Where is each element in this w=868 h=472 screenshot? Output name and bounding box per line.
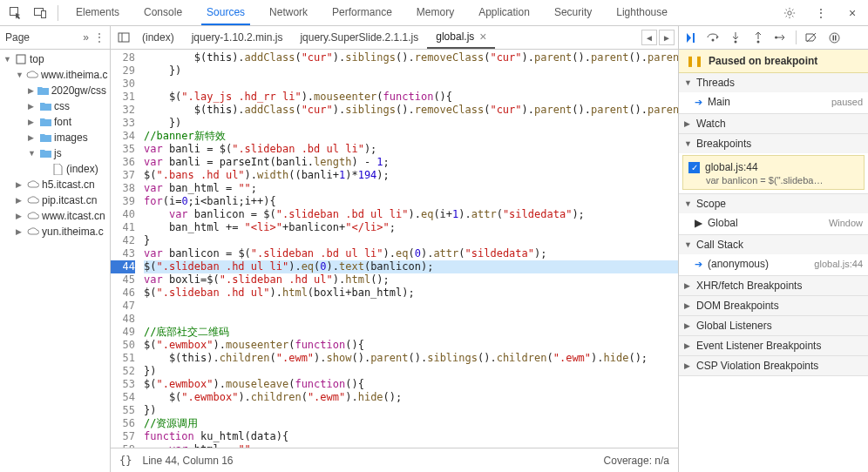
code-line[interactable]: }) [144, 117, 678, 130]
line-number[interactable]: 49 [111, 326, 135, 339]
section-header-breakpoints[interactable]: ▼Breakpoints [679, 134, 868, 153]
code-line[interactable] [144, 300, 678, 313]
line-number[interactable]: 32 [111, 104, 135, 117]
code-line[interactable]: } [144, 234, 678, 247]
line-number[interactable]: 31 [111, 91, 135, 104]
line-number[interactable]: 55 [111, 404, 135, 417]
tab-network[interactable]: Network [264, 1, 313, 24]
code-line[interactable]: $(this).addClass("cur").siblings().remov… [144, 51, 678, 64]
code-line[interactable]: var banli = parseInt(banli.length) - 1; [144, 156, 678, 169]
line-number[interactable]: 52 [111, 365, 135, 378]
checkbox-icon[interactable]: ✓ [688, 162, 700, 173]
line-number[interactable]: 50 [111, 339, 135, 352]
more-icon[interactable]: ⋮ [809, 2, 833, 24]
code-line[interactable]: $(this).children(".ewm").show().parent()… [144, 352, 678, 365]
section-header-global-listeners[interactable]: ▶Global Listeners [679, 316, 868, 335]
deactivate-breakpoints-icon[interactable] [804, 30, 819, 45]
code-line[interactable]: $(".ewmbox").mouseenter(function(){ [144, 339, 678, 352]
code-line[interactable]: function ku_html(data){ [144, 430, 678, 443]
code-line[interactable]: ban_html += "<li>"+banlicon+"</li>"; [144, 221, 678, 234]
inspect-element-icon[interactable] [3, 2, 28, 24]
tree-item[interactable]: (index) [0, 161, 110, 177]
resume-icon[interactable] [682, 30, 698, 45]
line-number[interactable]: 56 [111, 417, 135, 430]
tab-console[interactable]: Console [139, 1, 187, 24]
tab-lighthouse[interactable]: Lighthouse [611, 1, 673, 24]
line-number[interactable]: 37 [111, 169, 135, 182]
code-line[interactable]: $(".bans .hd ul").width((banli+1)*194); [144, 169, 678, 182]
tree-item[interactable]: ▶font [0, 114, 110, 130]
file-tab[interactable]: jquery.SuperSlide.2.1.1.js [291, 26, 427, 49]
line-number[interactable]: 35 [111, 143, 135, 156]
code-line[interactable]: $(".ewmbox").children(".ewm").hide(); [144, 391, 678, 404]
file-tab[interactable]: jquery-1.10.2.min.js [183, 26, 292, 49]
section-header-csp-violation-breakpoints[interactable]: ▶CSP Violation Breakpoints [679, 356, 868, 375]
tree-item[interactable]: ▼top [0, 51, 110, 67]
step-icon[interactable] [773, 30, 789, 45]
line-number[interactable]: 33 [111, 117, 135, 130]
code-line[interactable]: //banner新特效 [144, 130, 678, 143]
file-tab[interactable]: (index) [133, 26, 183, 49]
code-line[interactable] [144, 78, 678, 91]
scope-row[interactable]: ▶GlobalWindow [695, 215, 863, 231]
close-tab-icon[interactable]: × [479, 30, 486, 44]
code-line[interactable]: var banli = $(".slideban .bd ul li"); [144, 143, 678, 156]
thread-row[interactable]: ➔Mainpaused [695, 94, 863, 110]
code-line[interactable]: $(this).addClass("cur").siblings().remov… [144, 104, 678, 117]
tree-item[interactable]: ▶css [0, 98, 110, 114]
code-line[interactable] [144, 313, 678, 326]
tab-elements[interactable]: Elements [71, 1, 125, 24]
line-number[interactable]: 41 [111, 221, 135, 234]
section-header-watch[interactable]: ▶Watch [679, 114, 868, 133]
line-number[interactable]: 57 [111, 430, 135, 443]
sidebar-more-icon[interactable]: ⋮ [94, 31, 105, 44]
line-number[interactable]: 40 [111, 208, 135, 221]
code-line[interactable]: $(".lay_js .hd_rr li").mouseenter(functi… [144, 91, 678, 104]
code-line[interactable]: var banlicon = $(".slideban .bd ul li").… [144, 208, 678, 221]
file-tab[interactable]: global.js× [427, 26, 495, 49]
code-line[interactable]: for(i=0;i<banli;i++){ [144, 195, 678, 208]
code-line[interactable]: //底部社交二维码 [144, 326, 678, 339]
line-number[interactable]: 39 [111, 195, 135, 208]
code-area[interactable]: $(this).addClass("cur").siblings().remov… [140, 50, 678, 448]
line-number[interactable]: 29 [111, 64, 135, 78]
pretty-print-icon[interactable]: {} [119, 455, 132, 467]
tab-security[interactable]: Security [549, 1, 597, 24]
close-icon[interactable]: × [840, 2, 865, 24]
tree-item[interactable]: ▶yun.itheima.c [0, 224, 110, 239]
toggle-navigator-icon[interactable] [114, 26, 133, 49]
tree-item[interactable]: ▼js [0, 145, 110, 161]
tree-item[interactable]: ▶h5.itcast.cn [0, 177, 110, 192]
code-line[interactable]: }) [144, 64, 678, 78]
tab-memory[interactable]: Memory [411, 1, 459, 24]
settings-icon[interactable] [777, 2, 802, 24]
line-number[interactable]: 46 [111, 287, 135, 300]
line-number[interactable]: 51 [111, 352, 135, 365]
tree-item[interactable]: ▶images [0, 130, 110, 145]
step-over-icon[interactable] [705, 30, 721, 45]
code-line[interactable]: $(".slideban .hd ul").html(boxli+ban_htm… [144, 287, 678, 300]
line-number[interactable]: 36 [111, 156, 135, 169]
device-toggle-icon[interactable] [28, 2, 52, 24]
step-into-icon[interactable] [728, 30, 743, 45]
section-header-call-stack[interactable]: ▼Call Stack [679, 235, 868, 254]
line-number[interactable]: 30 [111, 78, 135, 91]
history-back-icon[interactable]: ◄ [641, 30, 657, 45]
tab-application[interactable]: Application [473, 1, 535, 24]
code-editor[interactable]: 2829303132333435363738394041424344454647… [111, 50, 678, 448]
tab-performance[interactable]: Performance [327, 1, 397, 24]
section-header-scope[interactable]: ▼Scope [679, 194, 868, 213]
code-line[interactable]: $(".slideban .hd ul li").eq(0).text(banl… [144, 260, 678, 273]
section-header-event-listener-breakpoints[interactable]: ▶Event Listener Breakpoints [679, 336, 868, 355]
line-number[interactable]: 34 [111, 130, 135, 143]
code-line[interactable]: $(".ewmbox").mouseleave(function(){ [144, 378, 678, 391]
section-header-xhr-fetch-breakpoints[interactable]: ▶XHR/fetch Breakpoints [679, 276, 868, 295]
code-line[interactable]: }) [144, 365, 678, 378]
code-line[interactable]: //资源调用 [144, 417, 678, 430]
line-number[interactable]: 54 [111, 391, 135, 404]
line-number[interactable]: 43 [111, 247, 135, 260]
history-forward-icon[interactable]: ► [659, 30, 675, 45]
tab-sources[interactable]: Sources [201, 1, 250, 25]
line-number[interactable]: 48 [111, 313, 135, 326]
line-number[interactable]: 28 [111, 51, 135, 64]
